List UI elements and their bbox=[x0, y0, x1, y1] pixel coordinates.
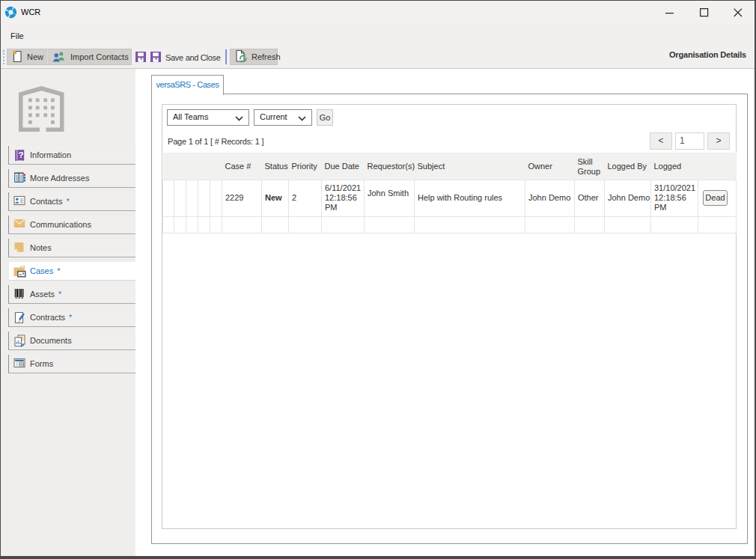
svg-text:?: ? bbox=[18, 150, 23, 159]
